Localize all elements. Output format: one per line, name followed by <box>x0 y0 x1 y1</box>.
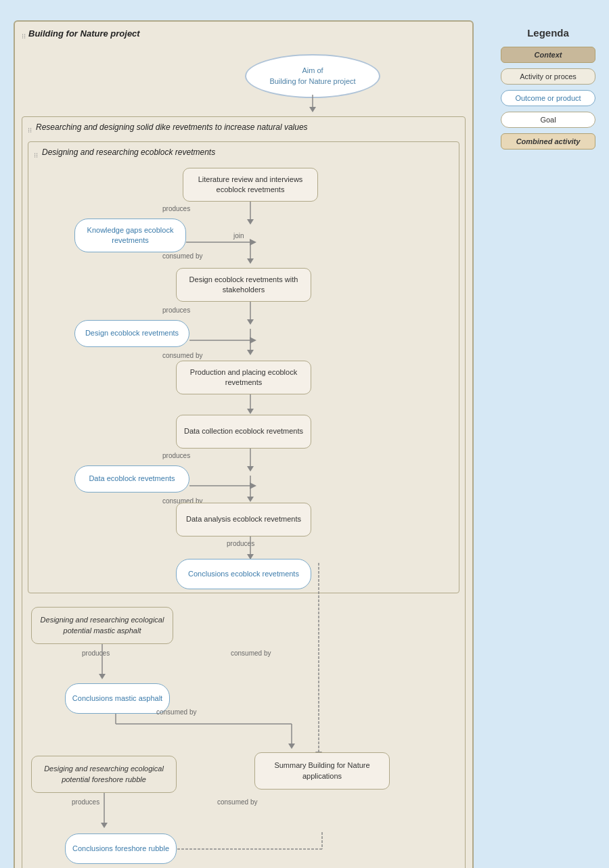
arrow-foreshore-down <box>31 793 180 833</box>
data-outcome-box: Data ecoblock revetments <box>74 465 189 493</box>
legend-outcome-box: Outcome or product <box>501 90 595 106</box>
legend-title: Legenda <box>501 27 595 39</box>
production-box: Production and placing ecoblock revetmen… <box>176 361 311 394</box>
arrow4 <box>244 329 257 359</box>
svg-marker-9 <box>247 319 254 325</box>
svg-marker-1 <box>309 107 316 112</box>
svg-marker-13 <box>247 350 254 355</box>
arrow2 <box>244 241 257 268</box>
legend-panel: Legenda Context Activity or proces Outco… <box>494 20 602 162</box>
svg-marker-7 <box>247 258 254 264</box>
legend-context-box: Context <box>501 47 595 63</box>
label-consumed1: consumed by <box>162 252 202 260</box>
summary-box: Summary Building for Nature applications <box>254 752 390 790</box>
mastic-box: Designing and researching ecological pot… <box>31 607 173 644</box>
data-analysis-box: Data analysis ecoblock revetments <box>176 503 311 536</box>
svg-marker-25 <box>99 674 106 679</box>
legend-item-goal: Goal <box>501 112 595 128</box>
conclusions-ecoblock-box: Conclusions ecoblock revetments <box>176 559 311 589</box>
svg-marker-17 <box>247 466 254 472</box>
drag-handle-sub2[interactable]: ⁝⁝ <box>34 152 38 159</box>
legend-goal-box: Goal <box>501 112 595 128</box>
legend-item-outcome: Outcome or product <box>501 90 595 106</box>
legend-item-combined: Combined activity <box>501 133 595 150</box>
arrow-mastic <box>31 644 180 685</box>
label-consumed-mastic: consumed by <box>231 649 271 657</box>
arrow-ecoblock-summary <box>295 563 349 762</box>
design-outcome-box: Design ecoblock revetments <box>74 320 189 347</box>
lower-section: Designing and researching ecological pot… <box>28 603 459 868</box>
flow-diagram: Literature review and interviews ecobloc… <box>34 168 453 587</box>
sub2-title: Designing and researching ecoblock revet… <box>42 147 215 157</box>
legend-item-activity: Activity or proces <box>501 68 595 85</box>
label-consumed-foreshore: consumed by <box>217 798 257 806</box>
label-produces1: produces <box>162 205 190 212</box>
arrow7 <box>244 476 257 506</box>
foreshore-box: Desiging and researching ecological pote… <box>31 756 177 793</box>
legend-item-context: Context <box>501 47 595 63</box>
arrow1 <box>244 202 257 229</box>
main-container: ⁝⁝ Building for Nature project Aim ofBui… <box>14 20 474 868</box>
aim-ellipse: Aim ofBuilding for Nature project <box>245 54 380 98</box>
label-consumed2: consumed by <box>162 352 202 359</box>
sub-container-2: ⁝⁝ Designing and researching ecoblock re… <box>28 141 459 593</box>
conclusions-mastic-box: Conclusions mastic asphalt <box>65 683 170 714</box>
legend-combined-box: Combined activity <box>501 133 595 150</box>
aim-arrow <box>245 95 380 115</box>
sub-container-1: ⁝⁝ Researching and designing solid dike … <box>22 116 466 868</box>
drag-handle-main[interactable]: ⁝⁝ <box>22 32 26 40</box>
label-produces3: produces <box>162 452 190 459</box>
conclusions-foreshore-box: Conclusions foreshore rubble <box>65 833 177 864</box>
legend-activity-box: Activity or proces <box>501 68 595 85</box>
main-title: Building for Nature project <box>28 28 140 39</box>
aim-text: Aim ofBuilding for Nature project <box>269 66 355 87</box>
arrow6 <box>244 449 257 476</box>
svg-marker-3 <box>247 219 254 225</box>
design-stakeholders-box: Design ecoblock revetments with stakehol… <box>176 268 311 302</box>
label-produces2: produces <box>162 306 190 314</box>
arrow3 <box>244 302 257 329</box>
knowledge-gaps-box: Knowledge gaps ecoblock revetments <box>74 219 186 252</box>
svg-marker-33 <box>101 823 108 828</box>
svg-marker-15 <box>247 409 254 414</box>
aim-arrow-svg <box>306 95 319 115</box>
svg-marker-21 <box>247 497 254 502</box>
data-collection-box: Data collection ecoblock revetments <box>176 415 311 449</box>
sub1-title: Researching and designing solid dike rev… <box>36 122 308 132</box>
arrow-mastic-summary <box>68 714 312 754</box>
svg-marker-29 <box>288 744 295 749</box>
drag-handle-sub1[interactable]: ⁝⁝ <box>28 127 32 134</box>
lit-review-box: Literature review and interviews ecobloc… <box>183 168 318 202</box>
